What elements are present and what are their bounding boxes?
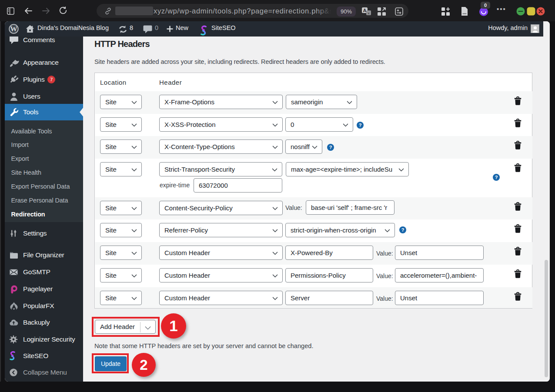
svg-text:A: A — [363, 8, 367, 13]
svg-text:x: x — [368, 11, 370, 15]
svg-text:W: W — [10, 25, 17, 33]
